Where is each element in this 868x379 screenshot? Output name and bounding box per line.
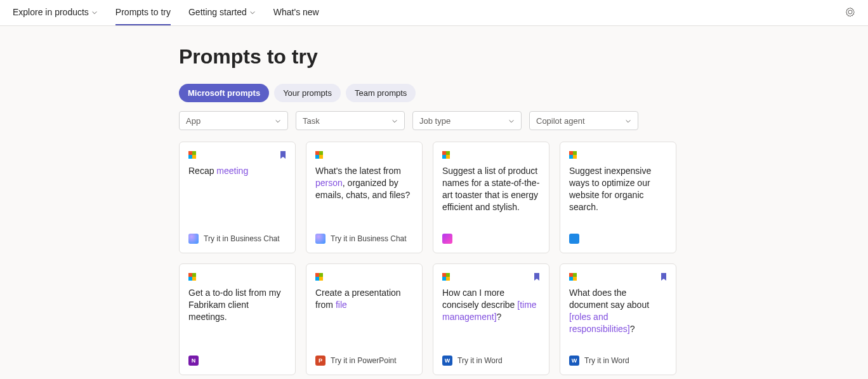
nav-left: Explore in products Prompts to try Getti…: [13, 0, 319, 25]
prompt-card[interactable]: Suggest inexpensive ways to optimize our…: [560, 142, 676, 253]
nav-getting-started[interactable]: Getting started: [188, 0, 256, 25]
prompt-card[interactable]: Suggest a list of product names for a st…: [433, 142, 549, 253]
filter-label: Copilot agent: [536, 116, 585, 126]
pill-team-prompts[interactable]: Team prompts: [346, 84, 416, 102]
prompt-text: Create a presentation from file: [315, 287, 413, 356]
try-in-label: Try it in Business Chat: [331, 234, 407, 243]
card-footer: [569, 234, 667, 244]
prompt-pre: How can I more concisely describe: [442, 288, 517, 310]
filter-label: Task: [303, 116, 320, 126]
pill-microsoft-prompts[interactable]: Microsoft prompts: [179, 84, 269, 102]
filter-copilot-agent[interactable]: Copilot agent: [529, 111, 638, 130]
card-footer: Try it in Business Chat: [188, 234, 286, 244]
bookmark-icon: [661, 273, 667, 281]
filter-task[interactable]: Task: [296, 111, 405, 130]
filter-label: Job type: [419, 116, 450, 126]
prompt-variable: meeting: [216, 166, 248, 176]
nav-label: Explore in products: [13, 7, 89, 17]
prompt-pre: Create a presentation from: [315, 288, 401, 310]
nav-label: Prompts to try: [115, 7, 171, 17]
card-header: [188, 151, 286, 159]
card-header: [315, 273, 413, 281]
nav-label: Getting started: [188, 7, 247, 17]
prompt-text: Recap meeting: [188, 165, 286, 234]
prompt-grid: Recap meeting Try it in Business Chat Wh…: [179, 142, 680, 375]
card-footer: P Try it in PowerPoint: [315, 356, 413, 366]
microsoft-logo-icon: [569, 151, 577, 159]
prompt-pre: Suggest inexpensive ways to optimize our…: [569, 166, 651, 212]
microsoft-logo-icon: [442, 273, 450, 281]
word-app-icon: W: [569, 356, 579, 366]
prompt-card[interactable]: What's the latest from person, organized…: [306, 142, 423, 253]
pill-your-prompts[interactable]: Your prompts: [274, 84, 341, 102]
microsoft-logo-icon: [569, 273, 577, 281]
prompt-pre: Recap: [188, 166, 216, 176]
card-header: [569, 273, 667, 281]
top-nav: Explore in products Prompts to try Getti…: [0, 0, 868, 25]
card-header: [188, 273, 286, 281]
prompt-text: How can I more concisely describe [time …: [442, 287, 540, 356]
filter-job-type[interactable]: Job type: [412, 111, 522, 130]
filter-row: App Task Job type Copilot agent: [179, 111, 680, 130]
microsoft-logo-icon: [315, 273, 323, 281]
prompt-text: Get a to-do list from my Fabrikam client…: [188, 287, 286, 356]
try-in-label: Try it in Word: [584, 356, 629, 365]
card-header: [442, 273, 540, 281]
card-footer: N: [188, 356, 286, 366]
chevron-down-icon: [275, 118, 281, 124]
nav-label: What's new: [273, 7, 319, 17]
mail-app-icon: [569, 234, 579, 244]
page-title: Prompts to try: [179, 45, 680, 69]
bookmark-icon: [534, 273, 540, 281]
main-content: Prompts to try Microsoft prompts Your pr…: [179, 26, 680, 375]
prompt-pre: What does the document say about: [569, 288, 649, 310]
prompt-card[interactable]: What does the document say about [roles …: [560, 263, 676, 375]
prompt-text: Suggest inexpensive ways to optimize our…: [569, 165, 667, 234]
chevron-down-icon: [391, 118, 398, 124]
chevron-down-icon: [91, 10, 98, 16]
prompt-card[interactable]: Create a presentation from file P Try it…: [306, 263, 423, 375]
chevron-down-icon: [625, 118, 631, 124]
microsoft-logo-icon: [315, 151, 323, 159]
prompt-pre: Suggest a list of product names for a st…: [442, 166, 539, 212]
card-header: [442, 151, 540, 159]
chevron-down-icon: [249, 10, 256, 16]
prompt-text: What's the latest from person, organized…: [315, 165, 413, 234]
chevron-down-icon: [508, 118, 515, 124]
microsoft-logo-icon: [188, 151, 196, 159]
prompt-variable: person: [315, 178, 343, 188]
try-in-label: Try it in PowerPoint: [331, 356, 397, 365]
loop-app-icon: [442, 234, 452, 244]
gear-icon: [845, 7, 855, 17]
word-app-icon: W: [442, 356, 452, 366]
prompt-variable: file: [336, 300, 347, 310]
prompt-text: Suggest a list of product names for a st…: [442, 165, 540, 234]
card-header: [315, 151, 413, 159]
try-in-label: Try it in Word: [457, 356, 503, 365]
prompt-variable: [roles and responsibilities]: [569, 312, 630, 334]
prompt-post: ?: [630, 324, 635, 334]
card-footer: [442, 234, 540, 244]
card-footer: W Try it in Word: [569, 356, 667, 366]
prompt-card[interactable]: How can I more concisely describe [time …: [433, 263, 549, 375]
nav-prompts-to-try[interactable]: Prompts to try: [115, 0, 171, 25]
microsoft-logo-icon: [188, 273, 196, 281]
microsoft-logo-icon: [442, 151, 450, 159]
onenote-app-icon: N: [188, 356, 199, 366]
prompt-text: What does the document say about [roles …: [569, 287, 667, 356]
prompt-post: ?: [497, 312, 502, 322]
ppt-app-icon: P: [315, 356, 326, 366]
try-in-label: Try it in Business Chat: [204, 234, 280, 243]
prompt-pre: Get a to-do list from my Fabrikam client…: [188, 288, 280, 322]
nav-whats-new[interactable]: What's new: [273, 0, 319, 25]
nav-explore-in-products[interactable]: Explore in products: [13, 0, 98, 25]
card-footer: W Try it in Word: [442, 356, 540, 366]
prompt-card[interactable]: Get a to-do list from my Fabrikam client…: [179, 263, 296, 375]
prompt-source-pills: Microsoft prompts Your prompts Team prom…: [179, 84, 680, 102]
chat-app-icon: [315, 234, 326, 244]
bookmark-icon: [280, 151, 286, 159]
prompt-card[interactable]: Recap meeting Try it in Business Chat: [179, 142, 296, 253]
filter-app[interactable]: App: [179, 111, 288, 130]
settings-button[interactable]: [845, 7, 855, 19]
card-footer: Try it in Business Chat: [315, 234, 413, 244]
